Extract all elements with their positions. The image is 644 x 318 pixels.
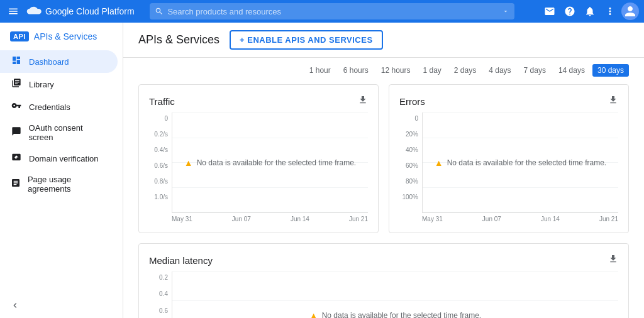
sidebar-nav: DashboardLibraryCredentialsOAuth consent…: [0, 48, 123, 201]
time-filter-14-days[interactable]: 14 days: [553, 64, 590, 77]
latency-y-axis: 1.00.80.60.40.2: [149, 271, 172, 318]
oauth-nav-icon: [10, 126, 23, 139]
page-usage-nav-icon: [10, 178, 21, 190]
errors-no-data: ▲ No data is available for the selected …: [435, 158, 606, 168]
menu-button[interactable]: [5, 3, 21, 19]
traffic-chart-header: Traffic: [149, 95, 368, 107]
sidebar: API APIs & Services DashboardLibraryCred…: [0, 23, 123, 318]
errors-y-axis: 100%80%60%40%20%0: [399, 112, 422, 213]
sidebar-item-domain[interactable]: Domain verification: [0, 147, 118, 170]
warning-icon: ▲: [309, 310, 318, 319]
time-filter: 1 hour6 hours12 hours1 day2 days4 days7 …: [123, 58, 644, 79]
top-navigation: Google Cloud Platform: [0, 0, 644, 23]
sidebar-item-library[interactable]: Library: [0, 73, 118, 96]
sidebar-item-label-page-usage: Page usage agreements: [28, 175, 108, 194]
sidebar-item-dashboard[interactable]: Dashboard: [0, 50, 118, 73]
charts-grid: Traffic 1.0/s0.8/s0.6/s0.4/s0.2/s0: [123, 79, 644, 243]
search-icon: [155, 7, 164, 16]
latency-chart-header: Median latency: [149, 254, 618, 266]
help-button[interactable]: [561, 3, 579, 20]
charts-bottom: Median latency 1.00.80.60.40.2: [123, 243, 644, 318]
main-header: APIs & Services + ENABLE APIS AND SERVIC…: [123, 23, 644, 58]
search-dropdown-icon: [502, 8, 509, 15]
errors-download-button[interactable]: [608, 95, 618, 107]
time-filter-30-days[interactable]: 30 days: [592, 64, 629, 77]
enable-apis-button[interactable]: + ENABLE APIS AND SERVICES: [230, 30, 383, 50]
more-options-button[interactable]: [601, 3, 619, 20]
warning-icon: ▲: [435, 158, 443, 168]
page-title: APIs & Services: [138, 33, 219, 47]
library-nav-icon: [10, 78, 23, 90]
domain-nav-icon: [10, 152, 23, 165]
time-filter-2-days[interactable]: 2 days: [449, 64, 481, 77]
errors-chart-plot: ▲ No data is available for the selected …: [422, 112, 618, 213]
sidebar-api-header: API APIs & Services: [0, 23, 123, 48]
notifications-button[interactable]: [581, 3, 599, 20]
sidebar-item-label-credentials: Credentials: [29, 102, 70, 112]
errors-chart-header: Errors: [399, 95, 618, 107]
warning-icon: ▲: [184, 158, 193, 168]
sidebar-item-label-dashboard: Dashboard: [29, 57, 69, 67]
app-body: API APIs & Services DashboardLibraryCred…: [0, 23, 644, 318]
sidebar-item-label-library: Library: [29, 80, 54, 89]
time-filter-6-hours[interactable]: 6 hours: [338, 64, 374, 77]
sidebar-item-page-usage[interactable]: Page usage agreements: [0, 170, 118, 199]
sidebar-item-label-domain: Domain verification: [29, 154, 99, 163]
main-content: APIs & Services + ENABLE APIS AND SERVIC…: [123, 23, 644, 318]
time-filter-4-days[interactable]: 4 days: [484, 64, 516, 77]
api-badge: API: [10, 31, 29, 41]
traffic-y-axis: 1.0/s0.8/s0.6/s0.4/s0.2/s0: [149, 112, 172, 213]
errors-x-axis: May 31Jun 07Jun 14Jun 21: [422, 216, 618, 222]
mail-button[interactable]: [541, 3, 558, 20]
search-input[interactable]: [167, 7, 498, 16]
traffic-no-data: ▲ No data is available for the selected …: [184, 158, 356, 168]
latency-chart-card: Median latency 1.00.80.60.40.2: [138, 243, 629, 318]
traffic-download-button[interactable]: [358, 95, 368, 107]
latency-chart-body: 1.00.80.60.40.2 ▲ No data is available f…: [149, 271, 618, 318]
app-logo: Google Cloud Platform: [26, 4, 135, 19]
time-filter-1-day[interactable]: 1 day: [418, 64, 447, 77]
traffic-x-axis: May 31Jun 07Jun 14Jun 21: [172, 216, 368, 222]
user-avatar[interactable]: [621, 3, 639, 20]
sidebar-collapse-button[interactable]: [0, 293, 123, 318]
sidebar-title: APIs & Services: [34, 31, 97, 41]
sidebar-item-label-oauth: OAuth consent screen: [29, 123, 108, 142]
latency-chart-plot: ▲ No data is available for the selected …: [172, 271, 618, 318]
errors-chart-body: 100%80%60%40%20%0 ▲ No data is available…: [399, 112, 618, 213]
time-filter-12-hours[interactable]: 12 hours: [376, 64, 416, 77]
traffic-chart-card: Traffic 1.0/s0.8/s0.6/s0.4/s0.2/s0: [138, 84, 379, 233]
errors-chart-card: Errors 100%80%60%40%20%0: [389, 84, 629, 233]
traffic-chart-title: Traffic: [149, 96, 175, 107]
dashboard-nav-icon: [10, 55, 23, 68]
credentials-nav-icon: [10, 101, 23, 113]
search-bar[interactable]: [150, 3, 514, 19]
app-name: Google Cloud Platform: [45, 6, 135, 16]
latency-chart-title: Median latency: [149, 255, 213, 266]
time-filter-1-hour[interactable]: 1 hour: [304, 64, 336, 77]
latency-download-button[interactable]: [608, 254, 618, 266]
traffic-chart-body: 1.0/s0.8/s0.6/s0.4/s0.2/s0 ▲ No data is …: [149, 112, 368, 213]
sidebar-item-oauth[interactable]: OAuth consent screen: [0, 118, 118, 147]
cloud-logo-icon: [26, 4, 42, 19]
sidebar-item-credentials[interactable]: Credentials: [0, 96, 118, 118]
traffic-chart-plot: ▲ No data is available for the selected …: [172, 112, 368, 213]
latency-no-data: ▲ No data is available for the selected …: [309, 310, 481, 319]
topnav-actions: [541, 3, 639, 20]
time-filter-7-days[interactable]: 7 days: [519, 64, 551, 77]
errors-chart-title: Errors: [399, 96, 425, 107]
